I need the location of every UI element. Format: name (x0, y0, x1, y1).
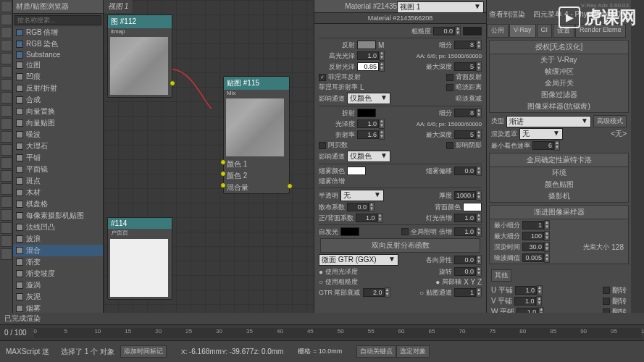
material-item[interactable]: 法线凹凸 (13, 222, 103, 233)
tool-rotate[interactable] (1, 27, 12, 38)
render-rollup-item[interactable]: 摄影机 (490, 190, 628, 202)
tool-8[interactable] (1, 92, 12, 104)
node-bitmap-112[interactable]: 图 #112 itmap (107, 14, 172, 98)
material-item[interactable]: 位图 (13, 59, 103, 71)
back-refl-check[interactable] (446, 74, 453, 81)
material-item[interactable]: 渐变坡度 (13, 268, 103, 279)
refract-color[interactable] (357, 109, 376, 117)
material-item[interactable]: 噪波 (13, 129, 103, 140)
input-port[interactable] (220, 171, 226, 177)
ior-input[interactable] (357, 130, 379, 139)
tool-scale[interactable] (1, 40, 12, 51)
material-item[interactable]: 反射/折射 (13, 83, 103, 94)
output-port[interactable] (287, 183, 293, 189)
hilight-input[interactable] (357, 51, 379, 60)
refract-subdiv[interactable] (454, 109, 476, 117)
fog-color[interactable] (347, 167, 366, 175)
abbe-check[interactable] (319, 142, 326, 149)
render-rollup-item[interactable]: 图像采样器(抗锯齿) (490, 101, 628, 112)
tool-11[interactable] (1, 131, 12, 143)
viewport-dropdown[interactable]: 视图 1▼ (397, 1, 484, 13)
tool-13[interactable] (1, 157, 12, 169)
reflect-color[interactable] (357, 41, 376, 49)
selected-obj-button[interactable]: 选定对象 (396, 345, 430, 358)
input-port[interactable] (220, 182, 226, 188)
material-item[interactable]: 渐变 (13, 256, 103, 268)
swatch[interactable] (463, 27, 482, 35)
timeline[interactable]: 0 / 100 05101520253035404550556065707580… (0, 324, 644, 340)
sampler-type-dropdown[interactable]: 渐进▼ (506, 116, 591, 127)
render-tab[interactable]: GI (537, 24, 553, 38)
refract-affect-dropdown[interactable]: 仅颜色▼ (347, 151, 390, 162)
tool-10[interactable] (1, 118, 12, 130)
node-mix-115[interactable]: 贴图 #115 Mix 颜色 1 颜色 2 混合量 (223, 76, 290, 194)
affect-shadow-check[interactable] (446, 142, 453, 149)
material-item[interactable]: RGB 倍增 (13, 27, 103, 38)
material-item[interactable]: 向量贴图 (13, 117, 103, 129)
tool-14[interactable] (1, 170, 12, 182)
material-item[interactable]: Substance (13, 50, 103, 59)
material-item[interactable]: 灰泥 (13, 291, 103, 303)
tool-9[interactable] (1, 105, 12, 117)
tool-15[interactable] (1, 183, 12, 195)
material-item[interactable]: 每像素摄影机贴图 (13, 210, 103, 222)
render-rollup-item[interactable]: 全局开关 (490, 77, 628, 89)
self-illum-color[interactable] (340, 227, 359, 236)
material-item[interactable]: 平面镜 (13, 164, 103, 175)
tool-19[interactable] (1, 235, 12, 247)
material-item[interactable]: 向量置换 (13, 106, 103, 117)
auth-group[interactable]: 授权[无名汉化] (490, 41, 628, 54)
roughness-input[interactable] (433, 27, 455, 35)
material-item[interactable]: RGB 染色 (13, 38, 103, 50)
gds-group[interactable]: 全局确定性蒙特卡洛 (490, 153, 628, 167)
dim-check[interactable] (446, 84, 453, 91)
search-input[interactable] (14, 15, 101, 25)
render-tab[interactable]: 公用 (487, 24, 509, 38)
material-item[interactable]: 凹痕 (13, 71, 103, 83)
add-time-tag-button[interactable]: 添加时间标记 (120, 345, 167, 358)
render-rollup-item[interactable]: 颜色贴图 (490, 179, 628, 190)
material-item[interactable]: 大理石 (13, 140, 103, 152)
render-rollup-item[interactable]: 图像过滤器 (490, 89, 628, 101)
material-item[interactable]: 波浪 (13, 233, 103, 245)
material-item[interactable]: 木材 (13, 187, 103, 198)
tool-6[interactable] (1, 66, 12, 77)
material-item[interactable]: 平铺 (13, 152, 103, 164)
auto-key-button[interactable]: 自动关键点 (356, 345, 396, 358)
material-item[interactable]: 混合 (13, 245, 103, 256)
tool-5[interactable] (1, 53, 12, 64)
render-rollup-item[interactable]: 关于 V-Ray (490, 54, 628, 66)
render-rollup-item[interactable]: 环境 (490, 167, 628, 179)
output-port[interactable] (170, 80, 175, 86)
refract-gloss[interactable] (357, 119, 379, 128)
material-item[interactable]: 棋盘格 (13, 198, 103, 210)
tool-16[interactable] (1, 196, 12, 208)
advanced-mode-button[interactable]: 高级模式 (593, 115, 627, 127)
tool-18[interactable] (1, 222, 12, 234)
tool-7[interactable] (1, 79, 12, 90)
tool-12[interactable] (1, 144, 12, 156)
brdf-dropdown[interactable]: 微面 GTR (GGX)▼ (319, 254, 398, 266)
node-tab[interactable]: 视图 1 (104, 0, 133, 13)
refl-gloss-input[interactable] (357, 62, 379, 71)
tool-17[interactable] (1, 209, 12, 221)
material-item[interactable]: 合成 (13, 94, 103, 106)
node-114[interactable]: #114 户页页 (107, 217, 172, 300)
brdf-rollup[interactable]: 双向反射分布函数 (320, 238, 480, 253)
other-button[interactable]: 其他 (491, 269, 511, 282)
maxdepth-input[interactable] (454, 62, 476, 71)
translucency-dropdown[interactable]: 无▼ (340, 190, 384, 201)
progressive-group[interactable]: 渐进图像采样器 (490, 206, 628, 219)
render-rollup-item[interactable]: 帧缓冲区 (490, 66, 628, 77)
render-mask-dropdown[interactable]: 无▼ (519, 128, 563, 140)
affect-channels-dropdown[interactable]: 仅颜色▼ (347, 93, 390, 104)
render-tab[interactable]: V-Ray (509, 24, 536, 38)
tool-move[interactable] (1, 14, 12, 25)
tool-20[interactable] (1, 248, 12, 260)
fresnel-check[interactable]: ✓ (319, 74, 326, 81)
node-graph[interactable]: 视图 1 图 #112 itmap 贴图 #115 Mix 颜色 1 颜色 2 … (104, 0, 314, 340)
material-item[interactable]: 漩涡 (13, 279, 103, 291)
tool-select[interactable] (1, 1, 12, 12)
subdiv-input[interactable] (454, 41, 476, 49)
timeline-ruler[interactable]: 0510152025303540455055606570758085909510… (34, 328, 641, 338)
